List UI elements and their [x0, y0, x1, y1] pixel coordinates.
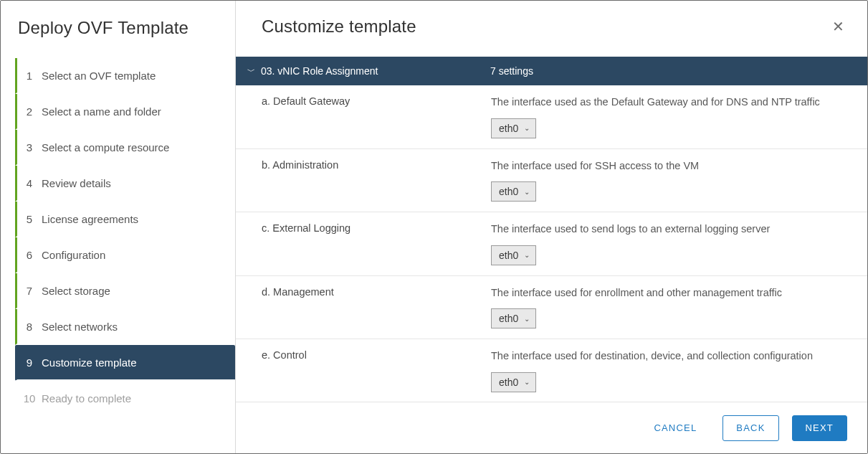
setting-value-cell: The interface used for destination, devi… [491, 349, 853, 392]
wizard-title: Deploy OVF Template [1, 1, 235, 58]
step-label: Review details [42, 177, 226, 189]
interface-select[interactable]: eth0⌄ [491, 181, 536, 202]
select-value: eth0 [499, 377, 518, 388]
close-icon[interactable]: ✕ [829, 16, 847, 37]
step-label: License agreements [42, 213, 226, 225]
interface-select[interactable]: eth0⌄ [491, 118, 536, 138]
step-number: 4 [17, 177, 42, 189]
setting-row: d. ManagementThe interface used for enro… [236, 276, 867, 340]
setting-key: b. Administration [262, 159, 491, 202]
wizard-step-2[interactable]: 2Select a name and folder [15, 94, 235, 130]
step-label: Ready to complete [42, 392, 226, 405]
setting-description: The interface used for destination, devi… [491, 349, 853, 364]
wizard-step-9[interactable]: 9Customize template [15, 345, 235, 381]
setting-value-cell: The interface used for SSH access to the… [491, 159, 853, 202]
setting-value-cell: The interface used as the Default Gatewa… [491, 95, 853, 138]
setting-row: a. Default GatewayThe interface used as … [236, 85, 867, 149]
wizard-steps: 1Select an OVF template2Select a name an… [1, 58, 235, 417]
select-value: eth0 [499, 123, 518, 134]
setting-value-cell: The interface used to send logs to an ex… [491, 222, 853, 265]
step-number: 10 [17, 392, 42, 405]
step-label: Configuration [42, 249, 226, 261]
section-count: 7 settings [490, 65, 856, 77]
settings-list[interactable]: a. Default GatewayThe interface used as … [236, 85, 867, 402]
step-number: 9 [17, 356, 42, 369]
chevron-down-icon: ⌄ [524, 251, 530, 259]
setting-description: The interface used for enrollment and ot… [491, 286, 853, 301]
wizard-step-5[interactable]: 5License agreements [15, 202, 235, 237]
cancel-button[interactable]: CANCEL [641, 415, 710, 441]
step-label: Select a name and folder [42, 105, 226, 118]
wizard-step-6[interactable]: 6Configuration [15, 237, 235, 273]
step-label: Select networks [42, 321, 226, 333]
setting-key: c. External Logging [262, 222, 491, 265]
step-number: 3 [17, 141, 42, 153]
wizard-step-4[interactable]: 4Review details [15, 166, 235, 202]
interface-select[interactable]: eth0⌄ [491, 372, 536, 392]
chevron-down-icon: ﹀ [247, 66, 255, 77]
wizard-step-3[interactable]: 3Select a compute resource [15, 130, 235, 166]
ovf-deploy-dialog: Deploy OVF Template 1Select an OVF templ… [1, 1, 867, 453]
wizard-step-1[interactable]: 1Select an OVF template [15, 58, 235, 94]
wizard-content: Customize template ✕ ﹀ 03. vNIC Role Ass… [236, 1, 867, 453]
back-button[interactable]: BACK [722, 415, 778, 441]
chevron-down-icon: ⌄ [524, 188, 530, 196]
wizard-step-7[interactable]: 7Select storage [15, 273, 235, 309]
select-value: eth0 [499, 313, 518, 324]
select-value: eth0 [499, 250, 518, 261]
step-number: 5 [17, 213, 42, 225]
step-number: 8 [17, 321, 42, 333]
step-number: 1 [17, 70, 42, 82]
setting-description: The interface used to send logs to an ex… [491, 222, 853, 237]
select-value: eth0 [499, 186, 518, 197]
wizard-footer: CANCEL BACK NEXT [236, 402, 867, 453]
step-label: Customize template [42, 356, 226, 369]
page-title: Customize template [262, 16, 416, 37]
chevron-down-icon: ⌄ [524, 315, 530, 323]
setting-description: The interface used for SSH access to the… [491, 159, 853, 174]
wizard-step-10: 10Ready to complete [15, 381, 235, 417]
setting-key: e. Control [262, 349, 491, 392]
content-header: Customize template ✕ [236, 1, 867, 57]
setting-row: e. ControlThe interface used for destina… [236, 339, 867, 402]
chevron-down-icon: ⌄ [524, 378, 530, 386]
setting-row: b. AdministrationThe interface used for … [236, 149, 867, 213]
section-label: 03. vNIC Role Assignment [261, 65, 490, 77]
step-number: 7 [17, 285, 42, 297]
setting-row: c. External LoggingThe interface used to… [236, 212, 867, 276]
interface-select[interactable]: eth0⌄ [491, 245, 536, 265]
setting-value-cell: The interface used for enrollment and ot… [491, 286, 853, 329]
chevron-down-icon: ⌄ [524, 124, 530, 132]
step-label: Select storage [42, 285, 226, 297]
setting-description: The interface used as the Default Gatewa… [491, 95, 853, 110]
setting-key: a. Default Gateway [262, 95, 491, 138]
step-number: 6 [17, 249, 42, 261]
setting-key: d. Management [262, 286, 491, 329]
section-header[interactable]: ﹀ 03. vNIC Role Assignment 7 settings [236, 57, 867, 85]
step-label: Select an OVF template [42, 70, 226, 82]
step-label: Select a compute resource [42, 141, 226, 153]
wizard-step-8[interactable]: 8Select networks [15, 309, 235, 345]
interface-select[interactable]: eth0⌄ [491, 308, 536, 328]
step-number: 2 [17, 105, 42, 118]
next-button[interactable]: NEXT [792, 415, 847, 441]
wizard-sidebar: Deploy OVF Template 1Select an OVF templ… [1, 1, 236, 453]
